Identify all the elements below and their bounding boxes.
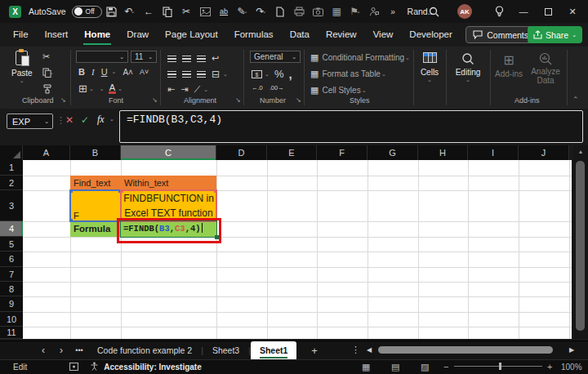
replace-icon[interactable]: ab bbox=[215, 0, 234, 23]
cut-icon[interactable]: ✂ bbox=[177, 0, 196, 23]
fx-chevron[interactable]: ⌄ bbox=[109, 116, 114, 122]
tabbar-menu-icon[interactable]: ⋮ bbox=[351, 345, 360, 355]
accessibility-status[interactable]: Accessibility: Investigate bbox=[104, 363, 202, 372]
percent-style-button[interactable]: % bbox=[274, 68, 284, 80]
camera-icon[interactable] bbox=[309, 0, 327, 23]
editing-button[interactable]: Editing ⌄ bbox=[450, 52, 486, 83]
lightbulb-icon[interactable] bbox=[487, 0, 511, 23]
insert-function-icon[interactable]: fx bbox=[97, 114, 105, 126]
align-top-button[interactable] bbox=[167, 56, 176, 62]
clipboard-dialog-launcher[interactable]: ↘ bbox=[60, 96, 66, 104]
row-header-7[interactable]: 7 bbox=[0, 267, 23, 282]
flag-icon[interactable]: ⚑⌄ bbox=[346, 0, 365, 23]
decrease-indent-button[interactable]: ⇤ bbox=[167, 84, 175, 95]
back-icon[interactable]: ← bbox=[140, 0, 158, 23]
conditional-formatting-button[interactable]: ▦ Conditional Formatting⌄ bbox=[310, 52, 410, 63]
sheet-tab-code-function[interactable]: Code function example 2 bbox=[88, 341, 201, 360]
sheet-tab-sheet1-active[interactable]: Sheet1 bbox=[251, 341, 296, 360]
hscroll-left-icon[interactable]: ◀ bbox=[367, 346, 372, 354]
comments-button[interactable]: Comments bbox=[466, 26, 536, 43]
add-sheet-button[interactable]: + bbox=[311, 345, 318, 357]
font-dialog-launcher[interactable]: ↘ bbox=[152, 96, 158, 104]
table-icon[interactable]: ▦ bbox=[327, 0, 346, 23]
comma-style-button[interactable]: , bbox=[288, 67, 292, 81]
new-file-icon[interactable] bbox=[271, 0, 290, 23]
accessibility-icon[interactable] bbox=[90, 362, 99, 372]
save-icon[interactable] bbox=[102, 0, 121, 23]
scroll-up-icon[interactable]: ▲ bbox=[573, 145, 588, 154]
borders-button[interactable]: ⊞ bbox=[78, 82, 87, 95]
number-format-select[interactable]: General⌄ bbox=[250, 51, 301, 63]
cut-icon[interactable]: ✂ bbox=[42, 51, 50, 62]
merge-center-button[interactable]: ⊟ bbox=[212, 69, 220, 80]
share-button[interactable]: Share ⌄ bbox=[528, 26, 582, 43]
align-bottom-button[interactable] bbox=[197, 56, 206, 62]
tab-page-layout[interactable]: Page Layout bbox=[157, 23, 226, 47]
number-dialog-launcher[interactable]: ↘ bbox=[296, 96, 301, 104]
alignment-dialog-launcher[interactable]: ↘ bbox=[235, 96, 241, 104]
column-header-D[interactable]: D bbox=[216, 145, 267, 160]
increase-decimal-button[interactable]: ←.0 bbox=[252, 84, 263, 91]
cancel-icon[interactable]: ✕ bbox=[65, 114, 74, 126]
paste-button[interactable]: Paste ⌄ bbox=[11, 51, 33, 84]
row-header-8[interactable]: 8 bbox=[0, 282, 23, 296]
tab-file[interactable]: File bbox=[5, 23, 37, 47]
autosave-toggle[interactable]: Off bbox=[72, 6, 102, 18]
column-header-E[interactable]: E bbox=[267, 145, 317, 160]
row-header-1[interactable]: 1 bbox=[0, 160, 23, 176]
row-header-9[interactable]: 9 bbox=[0, 296, 23, 312]
macro-record-icon[interactable] bbox=[69, 363, 78, 372]
cell-B2[interactable]: Find_text bbox=[70, 176, 121, 190]
page-layout-view-icon[interactable]: ▤ bbox=[391, 362, 399, 372]
shrink-font-button[interactable]: A˅ bbox=[140, 68, 149, 76]
cell-B4[interactable]: Formula bbox=[70, 221, 121, 237]
tab-data[interactable]: Data bbox=[282, 23, 318, 47]
cells-button[interactable]: Cells ⌄ bbox=[416, 52, 443, 83]
sheet-tab-sheet3[interactable]: Sheet3 bbox=[203, 341, 248, 360]
column-header-C[interactable]: C bbox=[121, 145, 216, 160]
hscroll-right-icon[interactable]: ▶ bbox=[569, 346, 574, 354]
zoom-slider-track[interactable] bbox=[454, 366, 542, 367]
undo-icon[interactable]: ↶⌄ bbox=[121, 0, 140, 23]
column-header-B[interactable]: B bbox=[70, 145, 121, 160]
select-all-corner[interactable] bbox=[0, 145, 23, 160]
horizontal-scrollbar-thumb[interactable] bbox=[378, 346, 553, 354]
orientation-button[interactable]: ⟋ bbox=[194, 84, 200, 95]
collapse-ribbon-icon[interactable]: ⌃ bbox=[572, 96, 579, 104]
font-size-select[interactable]: 11⌄ bbox=[131, 51, 157, 63]
grow-font-button[interactable]: A˄ bbox=[122, 68, 133, 77]
tab-review[interactable]: Review bbox=[318, 23, 365, 47]
tab-draw[interactable]: Draw bbox=[118, 23, 157, 47]
excel-logo-icon[interactable]: X bbox=[9, 6, 21, 18]
minimize-button[interactable]: — bbox=[511, 0, 536, 23]
font-name-select[interactable]: ⌄ bbox=[76, 51, 128, 63]
page-break-view-icon[interactable]: ▨ bbox=[421, 362, 429, 372]
row-header-3[interactable]: 3 bbox=[0, 190, 23, 221]
tab-formulas[interactable]: Formulas bbox=[226, 23, 282, 47]
picture-icon[interactable] bbox=[196, 0, 215, 23]
bold-button[interactable]: B bbox=[78, 67, 85, 77]
column-header-F[interactable]: F bbox=[317, 145, 368, 160]
copy-icon[interactable] bbox=[158, 0, 177, 23]
row-header-10[interactable]: 10 bbox=[0, 312, 23, 327]
cell-C3[interactable]: FINDBFUNCTION in Excel TEXT function bbox=[121, 190, 216, 221]
column-header-A[interactable]: A bbox=[23, 145, 70, 160]
tab-developer[interactable]: Developer bbox=[401, 23, 460, 47]
underline-button[interactable]: U bbox=[101, 67, 108, 77]
italic-button[interactable]: I bbox=[91, 67, 95, 77]
sheet-prev-icon[interactable]: ‹ bbox=[34, 345, 52, 356]
zoom-in-icon[interactable]: + bbox=[547, 362, 552, 372]
row-header-2[interactable]: 2 bbox=[0, 176, 23, 190]
cell-B3[interactable]: F bbox=[70, 190, 121, 221]
tab-home[interactable]: Home bbox=[76, 23, 118, 47]
column-header-J[interactable]: J bbox=[519, 145, 569, 160]
align-center-button[interactable] bbox=[182, 71, 191, 78]
cell-styles-button[interactable]: ▦ Cell Styles⌄ bbox=[310, 85, 367, 96]
zoom-out-icon[interactable]: − bbox=[443, 362, 448, 372]
account-avatar[interactable]: AK bbox=[457, 4, 472, 19]
close-button[interactable]: ✕ bbox=[560, 0, 585, 23]
accounting-format-button[interactable]: $ bbox=[252, 70, 262, 78]
decrease-decimal-button[interactable]: .00→ bbox=[270, 84, 284, 91]
row-header-5[interactable]: 5 bbox=[0, 237, 23, 252]
align-middle-button[interactable] bbox=[182, 56, 191, 62]
